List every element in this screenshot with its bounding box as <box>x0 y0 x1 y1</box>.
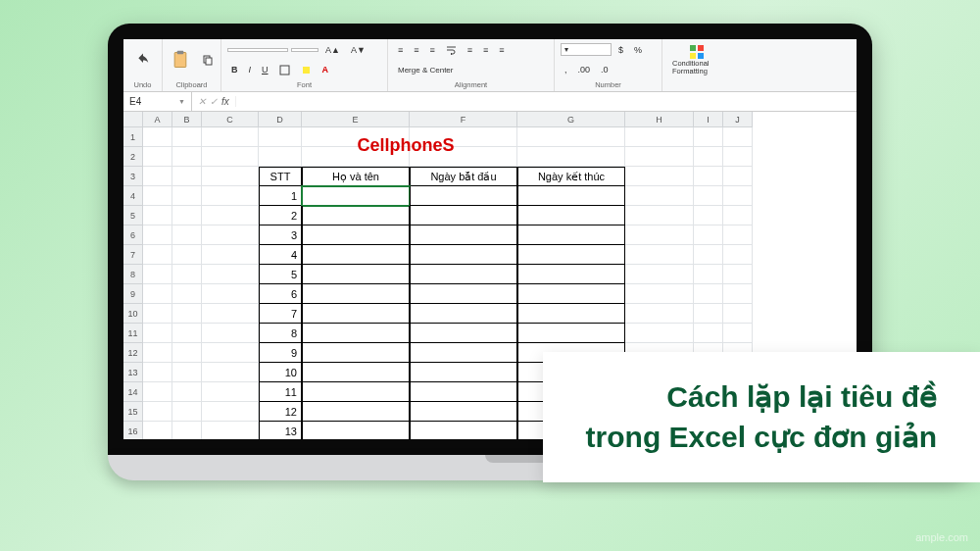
number-format-combo[interactable]: ▾ <box>561 43 612 56</box>
cell[interactable] <box>723 245 753 265</box>
data-cell[interactable] <box>302 284 410 304</box>
cell[interactable] <box>202 402 259 422</box>
cell[interactable] <box>723 206 753 225</box>
data-cell[interactable] <box>517 265 625 284</box>
decrease-decimal-button[interactable]: .0 <box>597 62 612 77</box>
cell[interactable] <box>202 167 259 186</box>
data-cell[interactable] <box>302 422 410 439</box>
cell[interactable] <box>723 225 753 245</box>
data-cell[interactable] <box>517 225 625 245</box>
currency-button[interactable]: $ <box>614 42 627 58</box>
cell[interactable] <box>143 167 172 186</box>
stt-cell[interactable]: 8 <box>259 324 302 343</box>
data-cell[interactable] <box>410 284 517 304</box>
cell[interactable] <box>694 147 723 167</box>
cell[interactable] <box>143 363 172 382</box>
cell[interactable] <box>723 284 753 304</box>
cell[interactable] <box>694 265 723 284</box>
cell[interactable] <box>172 147 202 167</box>
cell[interactable] <box>172 382 202 402</box>
cell[interactable] <box>625 167 694 186</box>
column-header[interactable]: H <box>625 112 694 127</box>
bold-button[interactable]: B <box>227 62 242 77</box>
table-header-d[interactable]: STT <box>259 167 302 186</box>
cell[interactable] <box>202 422 259 439</box>
borders-button[interactable] <box>275 62 294 78</box>
data-cell[interactable] <box>302 245 410 265</box>
stt-cell[interactable]: 2 <box>259 206 302 225</box>
data-cell[interactable] <box>410 186 517 206</box>
cell[interactable] <box>172 324 202 343</box>
cell[interactable] <box>143 304 172 324</box>
data-cell[interactable] <box>302 304 410 324</box>
cell[interactable] <box>625 284 694 304</box>
cell[interactable] <box>202 324 259 343</box>
data-cell[interactable] <box>302 324 410 343</box>
cell[interactable] <box>202 206 259 225</box>
comma-button[interactable]: , <box>561 62 571 77</box>
cell[interactable] <box>202 265 259 284</box>
cell[interactable] <box>172 265 202 284</box>
row-header[interactable]: 6 <box>123 225 143 245</box>
stt-cell[interactable]: 4 <box>259 245 302 265</box>
cell[interactable] <box>202 343 259 363</box>
cell[interactable] <box>694 304 723 324</box>
wrap-text-button[interactable] <box>442 42 461 59</box>
row-header[interactable]: 5 <box>123 206 143 225</box>
row-header[interactable]: 4 <box>123 186 143 206</box>
data-cell[interactable] <box>517 324 625 343</box>
cell[interactable] <box>202 127 259 147</box>
cell[interactable] <box>694 245 723 265</box>
cell[interactable] <box>625 225 694 245</box>
cell[interactable] <box>143 422 172 439</box>
align-middle-button[interactable]: ≡ <box>410 42 422 58</box>
font-decrease-button[interactable]: A▼ <box>347 42 369 58</box>
cell[interactable] <box>694 167 723 186</box>
cell[interactable] <box>694 127 723 147</box>
row-header[interactable]: 13 <box>123 363 143 382</box>
cancel-formula-icon[interactable]: ✕ <box>198 96 206 107</box>
stt-cell[interactable]: 13 <box>259 422 302 439</box>
cell[interactable] <box>694 284 723 304</box>
column-header[interactable]: E <box>302 112 410 127</box>
column-header[interactable]: A <box>143 112 172 127</box>
cell[interactable] <box>143 147 172 167</box>
cell[interactable] <box>723 324 753 343</box>
font-color-button[interactable]: A <box>318 62 333 77</box>
cell[interactable] <box>694 206 723 225</box>
align-top-button[interactable]: ≡ <box>394 42 407 58</box>
table-header-e[interactable]: Họ và tên <box>302 167 410 186</box>
cell[interactable] <box>202 382 259 402</box>
cell[interactable] <box>202 245 259 265</box>
stt-cell[interactable]: 6 <box>259 284 302 304</box>
cell[interactable] <box>143 127 172 147</box>
data-cell[interactable] <box>410 422 517 439</box>
align-bottom-button[interactable]: ≡ <box>426 42 439 58</box>
data-cell[interactable] <box>517 186 625 206</box>
name-box[interactable]: E4▼ <box>123 92 192 111</box>
stt-cell[interactable]: 3 <box>259 225 302 245</box>
stt-cell[interactable]: 10 <box>259 363 302 382</box>
stt-cell[interactable]: 12 <box>259 402 302 422</box>
cell[interactable] <box>172 206 202 225</box>
row-header[interactable]: 10 <box>123 304 143 324</box>
cell[interactable] <box>143 402 172 422</box>
stt-cell[interactable]: 5 <box>259 265 302 284</box>
data-cell[interactable] <box>517 284 625 304</box>
row-header[interactable]: 16 <box>123 422 143 439</box>
cell[interactable] <box>143 186 172 206</box>
cell[interactable] <box>625 324 694 343</box>
cell[interactable] <box>694 186 723 206</box>
column-header[interactable]: J <box>723 112 753 127</box>
align-right-button[interactable]: ≡ <box>495 42 508 58</box>
cell[interactable] <box>625 206 694 225</box>
cell[interactable] <box>172 343 202 363</box>
sheet-title[interactable]: CellphoneS <box>259 131 553 159</box>
cell[interactable] <box>723 147 753 167</box>
cell[interactable] <box>625 147 694 167</box>
cell[interactable] <box>172 363 202 382</box>
column-header[interactable]: C <box>202 112 259 127</box>
cell[interactable] <box>625 265 694 284</box>
cell[interactable] <box>143 343 172 363</box>
data-cell[interactable] <box>410 225 517 245</box>
